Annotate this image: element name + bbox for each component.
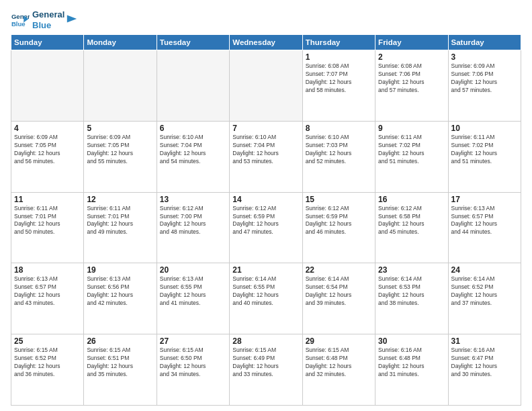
day-cell: 28Sunrise: 6:15 AMSunset: 6:49 PMDayligh… (230, 334, 302, 406)
day-number: 8 (306, 124, 372, 133)
day-cell (11, 50, 84, 122)
week-row-3: 11Sunrise: 6:11 AMSunset: 7:01 PMDayligh… (11, 192, 521, 263)
day-number: 12 (87, 195, 153, 204)
day-cell: 20Sunrise: 6:13 AMSunset: 6:55 PMDayligh… (157, 263, 229, 334)
cell-info: Sunrise: 6:16 AMSunset: 6:47 PMDaylight:… (451, 347, 518, 379)
week-row-5: 25Sunrise: 6:15 AMSunset: 6:52 PMDayligh… (11, 334, 521, 406)
day-cell: 6Sunrise: 6:10 AMSunset: 7:04 PMDaylight… (157, 121, 229, 192)
day-cell: 15Sunrise: 6:12 AMSunset: 6:59 PMDayligh… (302, 192, 375, 263)
day-cell: 14Sunrise: 6:12 AMSunset: 6:59 PMDayligh… (230, 192, 302, 263)
day-cell: 22Sunrise: 6:14 AMSunset: 6:54 PMDayligh… (302, 263, 375, 334)
day-cell: 16Sunrise: 6:12 AMSunset: 6:58 PMDayligh… (375, 192, 448, 263)
cell-info: Sunrise: 6:12 AMSunset: 6:59 PMDaylight:… (232, 205, 299, 237)
cell-info: Sunrise: 6:15 AMSunset: 6:51 PMDaylight:… (87, 347, 153, 379)
logo: General Blue General Blue (11, 9, 78, 30)
day-cell: 30Sunrise: 6:16 AMSunset: 6:48 PMDayligh… (375, 334, 448, 406)
day-number: 14 (232, 195, 299, 204)
cell-info: Sunrise: 6:11 AMSunset: 7:01 PMDaylight:… (87, 205, 153, 237)
week-row-2: 4Sunrise: 6:09 AMSunset: 7:05 PMDaylight… (11, 121, 521, 192)
day-number: 9 (378, 124, 445, 133)
cell-info: Sunrise: 6:15 AMSunset: 6:48 PMDaylight:… (306, 347, 372, 379)
day-number: 31 (451, 336, 518, 346)
day-cell: 26Sunrise: 6:15 AMSunset: 6:51 PMDayligh… (84, 334, 157, 406)
day-cell (230, 50, 302, 122)
header-cell-friday: Friday (375, 35, 448, 50)
day-number: 10 (451, 124, 518, 133)
cell-info: Sunrise: 6:14 AMSunset: 6:52 PMDaylight:… (451, 275, 518, 308)
day-number: 15 (306, 195, 372, 204)
cell-info: Sunrise: 6:15 AMSunset: 6:52 PMDaylight:… (14, 347, 81, 379)
cell-info: Sunrise: 6:10 AMSunset: 7:03 PMDaylight:… (306, 134, 372, 166)
day-number: 25 (14, 336, 81, 346)
day-number: 11 (14, 195, 81, 204)
day-cell: 13Sunrise: 6:12 AMSunset: 7:00 PMDayligh… (157, 192, 229, 263)
cell-info: Sunrise: 6:08 AMSunset: 7:07 PMDaylight:… (306, 62, 372, 95)
day-number: 27 (160, 336, 226, 346)
header-cell-monday: Monday (84, 35, 157, 50)
day-cell: 4Sunrise: 6:09 AMSunset: 7:05 PMDaylight… (11, 121, 84, 192)
day-cell: 25Sunrise: 6:15 AMSunset: 6:52 PMDayligh… (11, 334, 84, 406)
week-row-1: 1Sunrise: 6:08 AMSunset: 7:07 PMDaylight… (11, 50, 521, 122)
day-cell: 7Sunrise: 6:10 AMSunset: 7:04 PMDaylight… (230, 121, 302, 192)
day-cell: 1Sunrise: 6:08 AMSunset: 7:07 PMDaylight… (302, 50, 375, 122)
day-cell: 10Sunrise: 6:11 AMSunset: 7:02 PMDayligh… (448, 121, 521, 192)
day-number: 19 (87, 265, 153, 275)
day-cell: 3Sunrise: 6:09 AMSunset: 7:06 PMDaylight… (448, 50, 521, 122)
header-cell-saturday: Saturday (448, 35, 521, 50)
cell-info: Sunrise: 6:14 AMSunset: 6:55 PMDaylight:… (232, 275, 299, 308)
day-number: 26 (87, 336, 153, 346)
day-cell: 23Sunrise: 6:14 AMSunset: 6:53 PMDayligh… (375, 263, 448, 334)
header-row: SundayMondayTuesdayWednesdayThursdayFrid… (11, 35, 521, 50)
logo-icon: General Blue (11, 11, 30, 30)
cell-info: Sunrise: 6:10 AMSunset: 7:04 PMDaylight:… (160, 134, 226, 166)
day-cell: 5Sunrise: 6:09 AMSunset: 7:05 PMDaylight… (84, 121, 157, 192)
day-number: 7 (232, 124, 299, 133)
cell-info: Sunrise: 6:14 AMSunset: 6:54 PMDaylight:… (306, 275, 372, 308)
day-number: 6 (160, 124, 226, 133)
day-cell: 24Sunrise: 6:14 AMSunset: 6:52 PMDayligh… (448, 263, 521, 334)
day-cell: 27Sunrise: 6:15 AMSunset: 6:50 PMDayligh… (157, 334, 229, 406)
day-number: 21 (232, 265, 299, 275)
cell-info: Sunrise: 6:10 AMSunset: 7:04 PMDaylight:… (232, 134, 299, 166)
day-number: 2 (378, 52, 445, 62)
cell-info: Sunrise: 6:15 AMSunset: 6:49 PMDaylight:… (232, 347, 299, 379)
logo-text: General Blue (32, 9, 64, 30)
day-cell: 17Sunrise: 6:13 AMSunset: 6:57 PMDayligh… (448, 192, 521, 263)
header-cell-thursday: Thursday (302, 35, 375, 50)
day-number: 17 (451, 195, 518, 204)
cell-info: Sunrise: 6:12 AMSunset: 6:58 PMDaylight:… (378, 205, 445, 237)
day-number: 3 (451, 52, 518, 62)
header-cell-tuesday: Tuesday (157, 35, 229, 50)
day-number: 30 (378, 336, 445, 346)
logo-arrow-icon (66, 13, 78, 25)
day-cell: 19Sunrise: 6:13 AMSunset: 6:56 PMDayligh… (84, 263, 157, 334)
day-number: 20 (160, 265, 226, 275)
day-cell: 11Sunrise: 6:11 AMSunset: 7:01 PMDayligh… (11, 192, 84, 263)
day-number: 24 (451, 265, 518, 275)
day-cell: 21Sunrise: 6:14 AMSunset: 6:55 PMDayligh… (230, 263, 302, 334)
day-cell: 2Sunrise: 6:08 AMSunset: 7:06 PMDaylight… (375, 50, 448, 122)
header-cell-sunday: Sunday (11, 35, 84, 50)
header-cell-wednesday: Wednesday (230, 35, 302, 50)
svg-marker-4 (67, 15, 77, 22)
day-cell: 8Sunrise: 6:10 AMSunset: 7:03 PMDaylight… (302, 121, 375, 192)
day-cell: 9Sunrise: 6:11 AMSunset: 7:02 PMDaylight… (375, 121, 448, 192)
day-number: 28 (232, 336, 299, 346)
calendar-table: SundayMondayTuesdayWednesdayThursdayFrid… (11, 34, 521, 406)
day-cell: 29Sunrise: 6:15 AMSunset: 6:48 PMDayligh… (302, 334, 375, 406)
day-number: 4 (14, 124, 81, 133)
day-number: 13 (160, 195, 226, 204)
cell-info: Sunrise: 6:11 AMSunset: 7:02 PMDaylight:… (378, 134, 445, 166)
cell-info: Sunrise: 6:11 AMSunset: 7:02 PMDaylight:… (451, 134, 518, 166)
page: General Blue General Blue SundayMondayTu… (0, 0, 532, 411)
day-cell (157, 50, 229, 122)
svg-text:Blue: Blue (11, 19, 26, 27)
cell-info: Sunrise: 6:13 AMSunset: 6:57 PMDaylight:… (451, 205, 518, 237)
cell-info: Sunrise: 6:08 AMSunset: 7:06 PMDaylight:… (378, 62, 445, 95)
cell-info: Sunrise: 6:13 AMSunset: 6:55 PMDaylight:… (160, 275, 226, 308)
cell-info: Sunrise: 6:13 AMSunset: 6:56 PMDaylight:… (87, 275, 153, 308)
cell-info: Sunrise: 6:14 AMSunset: 6:53 PMDaylight:… (378, 275, 445, 308)
day-number: 23 (378, 265, 445, 275)
cell-info: Sunrise: 6:09 AMSunset: 7:05 PMDaylight:… (14, 134, 81, 166)
day-cell: 12Sunrise: 6:11 AMSunset: 7:01 PMDayligh… (84, 192, 157, 263)
